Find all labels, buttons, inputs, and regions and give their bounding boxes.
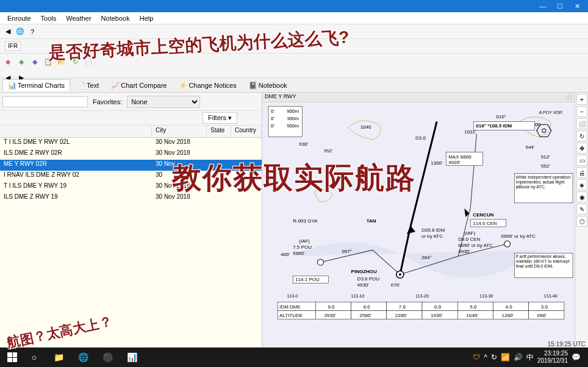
list-item[interactable]: T I ILS DME Y RWY 1930 Nov 2018 (0, 182, 262, 193)
svg-text:R-093 GYA: R-093 GYA (293, 218, 318, 224)
svg-text:113-10: 113-10 (351, 294, 365, 298)
svg-text:016° *108.5 IDM: 016° *108.5 IDM (476, 123, 512, 129)
menu-weather[interactable]: Weather (61, 13, 96, 23)
list-item[interactable]: ME Y RWY 02R30 Nov (0, 160, 262, 171)
menu-enroute[interactable]: Enroute (2, 13, 36, 23)
taskbar-clock[interactable]: 23:19:25 2019/12/31 (537, 350, 568, 365)
tool-b-icon[interactable]: ◉ (576, 191, 587, 202)
tool-c-icon[interactable]: ✎ (576, 204, 587, 215)
chart-header-bar: DME Y RWY ⬜ (262, 93, 575, 102)
tool-d-icon[interactable]: ⬡ (576, 216, 587, 227)
svg-text:113-20: 113-20 (415, 294, 429, 298)
fit-icon[interactable]: ⬜ (576, 118, 587, 129)
tool-icon-2[interactable]: ◆ (16, 56, 27, 67)
rotate-icon[interactable]: ↻ (576, 130, 587, 141)
help-icon[interactable]: ? (27, 26, 38, 37)
col-country-header[interactable]: Country (231, 126, 262, 137)
filters-subrow: Filters ▾ (0, 111, 262, 126)
tab-bar: 📊 Terminal Charts 📄 Text 📈 Chart Compare… (0, 78, 588, 93)
task-app-1[interactable]: 📁 (46, 348, 71, 366)
col-state-header[interactable]: State (207, 126, 231, 137)
chart-viewer[interactable]: DME Y RWY ⬜ 1040 1000 0'900m 0'300m 0' (262, 93, 575, 355)
svg-text:1040: 1040 (360, 124, 371, 130)
svg-text:1300': 1300' (431, 160, 443, 166)
tool-icon-3[interactable]: ◆ (29, 56, 40, 67)
tray-chevron-icon[interactable]: ^ (484, 353, 487, 362)
svg-text:500m: 500m (287, 123, 299, 129)
favorites-select[interactable]: None (127, 96, 200, 108)
svg-text:3.0: 3.0 (541, 304, 548, 310)
list-item[interactable]: I RNAV ILS DME Z RWY 0230 (0, 171, 262, 182)
filters-button[interactable]: Filters ▾ (203, 112, 237, 124)
task-search-icon[interactable]: ○ (22, 348, 46, 366)
menu-notebook[interactable]: Notebook (96, 13, 135, 23)
svg-text:4920': 4920' (448, 160, 461, 165)
tray-ime-icon[interactable]: 中 (526, 352, 534, 363)
task-app-4[interactable]: 📊 (120, 348, 144, 366)
svg-text:1031': 1031' (464, 129, 476, 135)
svg-text:552': 552' (541, 163, 550, 169)
tab-notebook[interactable]: 📓 Notebook (243, 79, 293, 91)
tab-chart-compare[interactable]: 📈 Chart Compare (106, 79, 172, 91)
svg-text:2580': 2580' (360, 313, 372, 318)
titlebar: — ☐ ✕ (0, 0, 588, 12)
tool-icon-5[interactable]: 📂 (56, 56, 67, 67)
svg-text:680': 680' (537, 313, 547, 318)
task-app-2[interactable]: 🌐 (71, 348, 95, 366)
pan-icon[interactable]: ✥ (576, 143, 587, 154)
tray-sync-icon[interactable]: ↻ (491, 353, 497, 362)
svg-text:300m: 300m (287, 116, 299, 121)
svg-text:7.0: 7.0 (399, 304, 406, 310)
search-input[interactable] (2, 96, 88, 107)
select-icon[interactable]: ▭ (576, 155, 587, 166)
minimize-button[interactable]: — (534, 1, 551, 11)
tab-label: Text (87, 82, 99, 89)
menu-help[interactable]: Help (135, 13, 159, 23)
zoom-in-icon[interactable]: + (576, 94, 587, 105)
flight-rule-selector[interactable]: IFR (5, 41, 21, 51)
svg-text:791': 791' (305, 179, 314, 184)
maximize-button[interactable]: ☐ (551, 1, 568, 11)
tab-change-notices[interactable]: ⚡ Change Notices (173, 79, 242, 91)
svg-text:113-30: 113-30 (479, 294, 493, 298)
svg-text:900m: 900m (287, 109, 299, 114)
tray-volume-icon[interactable]: 🔊 (514, 353, 523, 362)
svg-text:D3.8 POU: D3.8 POU (357, 276, 380, 282)
tray-shield-icon[interactable]: 🛡 (473, 353, 480, 362)
svg-text:A POY VOR: A POY VOR (539, 110, 562, 115)
start-button[interactable] (2, 347, 22, 367)
list-item[interactable]: ILS DME Z RWY 1930 Nov 2018 (0, 193, 262, 204)
svg-text:1846': 1846' (397, 179, 409, 184)
col-city-header[interactable]: City (152, 126, 207, 137)
list-item[interactable]: ILS DME Z RWY 02R30 Nov 2018 (0, 149, 262, 160)
svg-text:D20.8 IDM: D20.8 IDM (421, 227, 445, 233)
list-body[interactable]: T I ILS DME Y RWY 02L30 Nov 2018ILS DME … (0, 138, 262, 355)
svg-text:IDM DME: IDM DME (279, 304, 301, 310)
svg-text:ALTITUDE: ALTITUDE (279, 313, 303, 318)
globe-icon[interactable]: 🌐 (15, 26, 26, 37)
tool-icon-1[interactable]: ◆ (2, 56, 13, 67)
tab-label: Terminal Charts (18, 82, 65, 89)
svg-point-21 (504, 241, 511, 247)
expand-icon[interactable]: ⬜ (565, 93, 572, 101)
tool-a-icon[interactable]: ◈ (576, 179, 587, 190)
svg-text:0': 0' (271, 123, 274, 129)
chart-content[interactable]: 1040 1000 0'900m 0'300m 0'500m 016° *108… (262, 102, 575, 355)
tool-icon-4[interactable]: 📋 (43, 56, 54, 67)
tray-network-icon[interactable]: 📶 (501, 353, 510, 362)
chart-list-panel: Favorites: None Filters ▾ City State Cou… (0, 93, 262, 355)
back-button[interactable]: ◀ (2, 26, 13, 37)
tab-text[interactable]: 📄 Text (71, 79, 104, 91)
zoom-out-icon[interactable]: − (576, 106, 587, 117)
task-app-3[interactable]: ⚫ (95, 348, 120, 366)
tab-terminal-charts[interactable]: 📊 Terminal Charts (2, 79, 70, 91)
tool-icon-7[interactable]: 📄 (83, 56, 94, 67)
tool-icon-6[interactable]: ↻ (70, 56, 81, 67)
col-name-header[interactable] (0, 126, 152, 137)
print-icon[interactable]: 🖨 (576, 167, 587, 178)
list-item[interactable]: T I ILS DME Y RWY 02L30 Nov 2018 (0, 138, 262, 149)
tray-notifications-icon[interactable]: 💬 (572, 353, 581, 362)
chart-title: DME Y RWY (265, 93, 296, 101)
close-button[interactable]: ✕ (568, 1, 586, 11)
menu-tools[interactable]: Tools (36, 13, 62, 23)
